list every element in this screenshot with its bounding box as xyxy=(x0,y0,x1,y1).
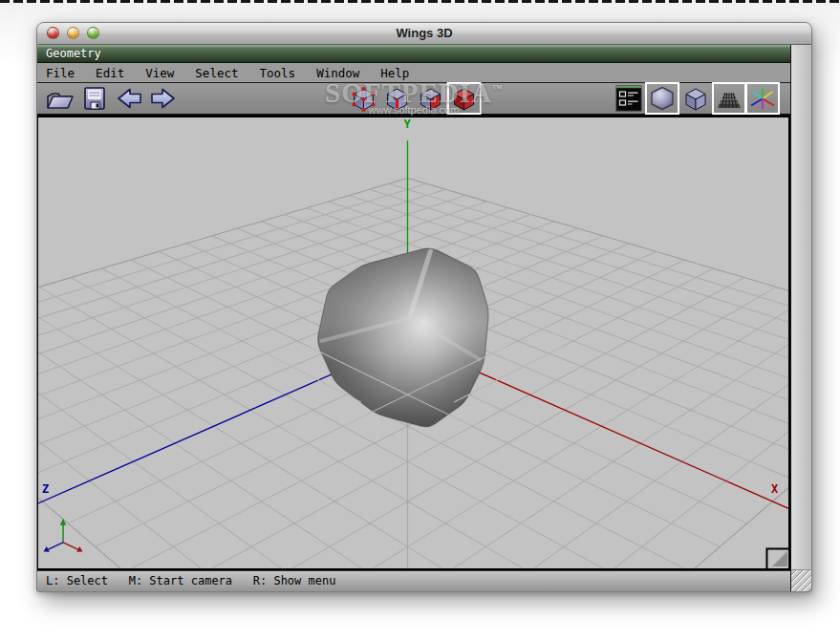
window-titlebar[interactable]: Wings 3D xyxy=(37,23,811,45)
show-grid-icon[interactable] xyxy=(714,84,744,113)
edge-icon[interactable] xyxy=(382,84,413,113)
z-axis-label: Z xyxy=(42,482,49,496)
window-resize-grip[interactable] xyxy=(791,569,811,591)
menu-item-help[interactable]: Help xyxy=(380,66,409,80)
view-tool-group xyxy=(614,84,778,113)
vertex-icon[interactable] xyxy=(349,84,379,113)
smooth-shading-icon[interactable] xyxy=(647,84,678,113)
desktop: Wings 3D Geometry FileEditViewSelectTool… xyxy=(0,0,840,640)
viewport[interactable]: YXZ xyxy=(37,116,790,570)
toolbar xyxy=(37,83,790,116)
status-text: L: Select M: Start camera R: Show menu xyxy=(46,574,335,587)
geometry-bar-label: Geometry xyxy=(46,47,101,60)
menu-item-tools[interactable]: Tools xyxy=(259,66,295,80)
redo-icon[interactable] xyxy=(148,84,179,113)
save-icon[interactable] xyxy=(79,84,110,113)
selection-mode-group xyxy=(349,84,480,113)
view-options-icon[interactable] xyxy=(614,84,644,113)
show-axes-icon[interactable] xyxy=(747,84,778,113)
status-bar: L: Select M: Start camera R: Show menu xyxy=(37,570,790,591)
menu-item-edit[interactable]: Edit xyxy=(96,66,124,80)
geometry-bar[interactable]: Geometry xyxy=(37,45,790,63)
x-axis-label: X xyxy=(771,482,779,496)
menu-item-view[interactable]: View xyxy=(145,66,174,80)
file-tool-group xyxy=(45,84,179,113)
undo-icon[interactable] xyxy=(114,84,144,113)
face-icon[interactable] xyxy=(416,84,446,113)
menu-item-select[interactable]: Select xyxy=(195,66,238,80)
menu-item-file[interactable]: File xyxy=(46,66,75,80)
flat-shading-icon[interactable] xyxy=(680,84,711,113)
menu-item-window[interactable]: Window xyxy=(316,66,359,80)
open-icon[interactable] xyxy=(45,84,75,113)
body-icon[interactable] xyxy=(449,84,480,113)
viewport-canvas[interactable]: YXZ xyxy=(38,117,788,568)
wings3d-window: Wings 3D Geometry FileEditViewSelectTool… xyxy=(36,22,812,592)
menu-bar: FileEditViewSelectToolsWindowHelp xyxy=(37,63,790,83)
mini-axes-icon xyxy=(44,519,83,552)
screen-edge xyxy=(0,0,840,3)
y-axis-label: Y xyxy=(403,117,411,131)
viewport-resize-handle xyxy=(766,548,788,568)
window-title: Wings 3D xyxy=(37,23,811,44)
scrollbar-track xyxy=(790,45,811,591)
